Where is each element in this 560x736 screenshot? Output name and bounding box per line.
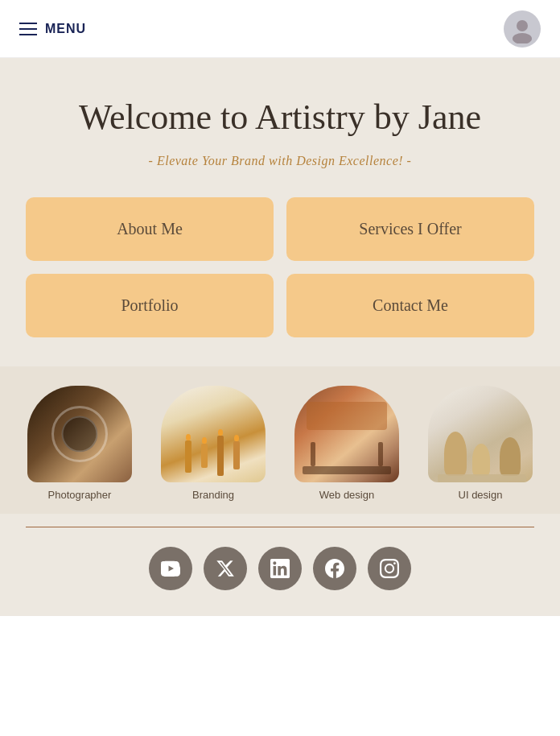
social-section [0, 527, 560, 616]
avatar[interactable] [504, 10, 541, 48]
facebook-button[interactable] [313, 547, 356, 590]
svg-point-1 [513, 33, 532, 43]
instagram-button[interactable] [368, 547, 411, 590]
hero-section: Welcome to Artistry by Jane - Elevate Yo… [0, 58, 560, 366]
uidesign-label: UI design [459, 489, 503, 501]
contact-me-button[interactable]: Contact Me [286, 274, 534, 337]
nav-grid: About Me Services I Offer Portfolio Cont… [26, 197, 534, 337]
branding-image [161, 386, 266, 482]
avatar-icon [508, 14, 537, 43]
menu-button[interactable]: MENU [19, 22, 86, 36]
svg-point-0 [517, 20, 528, 31]
about-me-button[interactable]: About Me [26, 197, 274, 261]
service-webdesign[interactable]: Web design [280, 386, 414, 501]
branding-label: Branding [192, 489, 234, 501]
service-photographer[interactable]: Photographer [13, 386, 146, 501]
divider-section [0, 514, 560, 527]
hero-subtitle: - Elevate Your Brand with Design Excelle… [26, 154, 534, 168]
photographer-image [27, 386, 132, 482]
services-offer-button[interactable]: Services I Offer [286, 197, 534, 261]
hero-title: Welcome to Artistry by Jane [26, 97, 534, 139]
photographer-label: Photographer [48, 489, 112, 501]
youtube-icon [161, 559, 180, 578]
webdesign-label: Web design [319, 489, 374, 501]
instagram-icon [380, 559, 399, 578]
hamburger-icon [19, 23, 37, 35]
service-uidesign[interactable]: UI design [414, 386, 547, 501]
uidesign-image [428, 386, 533, 482]
facebook-icon [325, 559, 344, 578]
header: MENU [0, 0, 560, 58]
menu-label: MENU [45, 22, 86, 36]
portfolio-button[interactable]: Portfolio [26, 274, 274, 337]
linkedin-button[interactable] [258, 547, 302, 590]
webdesign-image [294, 386, 399, 482]
youtube-button[interactable] [149, 547, 192, 590]
x-twitter-icon [216, 559, 235, 578]
linkedin-icon [270, 559, 290, 578]
service-branding[interactable]: Branding [146, 386, 280, 501]
services-strip: Photographer Branding Web design [0, 366, 560, 514]
x-button[interactable] [204, 547, 247, 590]
